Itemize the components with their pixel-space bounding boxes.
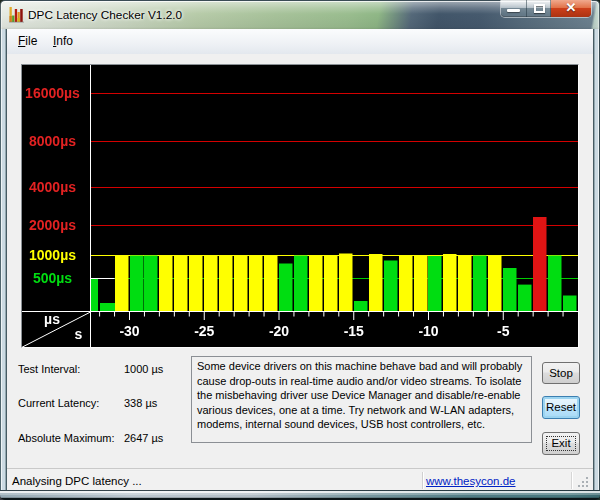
svg-text:-15: -15 [344, 323, 364, 339]
svg-text:µs: µs [44, 311, 60, 327]
svg-text:s: s [75, 326, 83, 342]
svg-text:4000µs: 4000µs [29, 179, 76, 195]
svg-text:500µs: 500µs [33, 270, 72, 286]
svg-text:-25: -25 [194, 323, 214, 339]
svg-text:-20: -20 [269, 323, 289, 339]
svg-text:-10: -10 [418, 323, 438, 339]
svg-text:1000µs: 1000µs [29, 247, 76, 263]
svg-text:8000µs: 8000µs [29, 133, 76, 149]
svg-text:-30: -30 [119, 323, 139, 339]
svg-text:16000µs: 16000µs [25, 85, 80, 101]
svg-text:-5: -5 [497, 323, 510, 339]
svg-text:2000µs: 2000µs [29, 217, 76, 233]
